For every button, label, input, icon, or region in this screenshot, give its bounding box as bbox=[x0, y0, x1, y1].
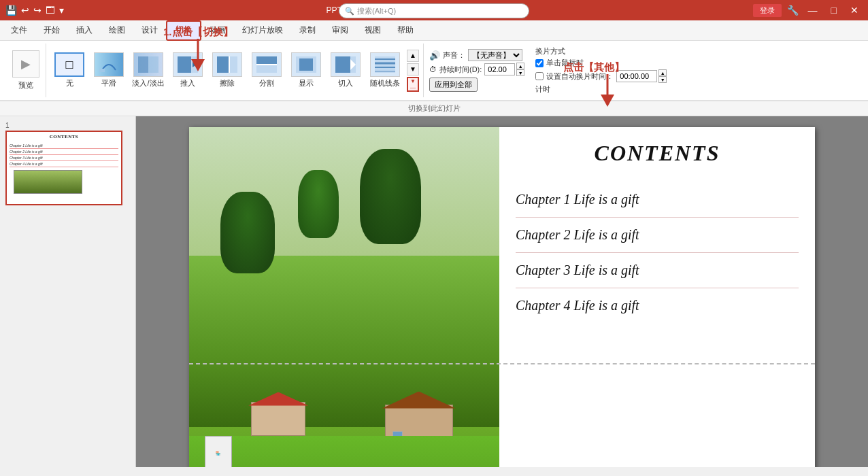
effect-label: 换片方式 bbox=[535, 46, 565, 56]
slide-left: 🏪 bbox=[189, 127, 499, 467]
canvas-area[interactable]: 🏪 CONTENTS Chapter 1 Life is a gift Chap… bbox=[136, 116, 868, 467]
duration-input[interactable] bbox=[484, 63, 515, 75]
chapter-1: Chapter 1 Life is a gift bbox=[516, 182, 799, 218]
layout-icon[interactable]: 🗔 bbox=[46, 5, 55, 16]
auto-advance-input[interactable] bbox=[616, 70, 657, 82]
section-label-bar: 切换到此幻灯片 bbox=[0, 101, 868, 116]
scroll-down-button[interactable]: ▼ bbox=[407, 63, 419, 75]
title-bar: 💾 ↩ ↪ 🗔 ▾ PPT如何制作书籍翻页效果.pptx - PowerPoin… bbox=[0, 0, 868, 20]
search-placeholder: 搜索(Alt+Q) bbox=[357, 6, 396, 16]
transition-fade[interactable]: 淡入/淡出 bbox=[129, 49, 167, 92]
chapter-2: Chapter 2 Life is a gift bbox=[516, 218, 799, 253]
timing-col: 换片方式 单击鼠标时 设置自动换片时间： ▲ ▼ 计时 bbox=[535, 46, 667, 95]
transition-split[interactable]: 分割 bbox=[248, 49, 286, 92]
sound-icon: 🔊 bbox=[429, 50, 440, 61]
duration-down[interactable]: ▼ bbox=[516, 69, 524, 76]
title-bar-left: 💾 ↩ ↪ 🗔 ▾ bbox=[5, 5, 64, 16]
slide-number: 1 bbox=[5, 122, 130, 129]
slide-title: CONTENTS bbox=[516, 141, 799, 166]
tab-draw[interactable]: 绘图 bbox=[101, 20, 133, 41]
search-bar[interactable]: 🔍 搜索(Alt+Q) bbox=[339, 3, 529, 18]
svg-rect-15 bbox=[335, 56, 350, 73]
svg-rect-2 bbox=[148, 56, 158, 73]
tab-review[interactable]: 审阅 bbox=[324, 20, 356, 41]
transition-cut[interactable]: 切入 bbox=[327, 49, 365, 92]
section-label-text: 切换到此幻灯片 bbox=[408, 104, 461, 112]
slide-canvas: 🏪 CONTENTS Chapter 1 Life is a gift Chap… bbox=[189, 127, 815, 467]
duration-label: 持续时间(D): bbox=[439, 65, 482, 75]
click-advance-label: 单击鼠标时 bbox=[546, 58, 584, 68]
tab-file[interactable]: 文件 bbox=[3, 20, 35, 41]
close-button[interactable]: ✕ bbox=[846, 5, 863, 16]
save-icon[interactable]: 💾 bbox=[5, 5, 17, 16]
title-bar-right: 登录 🔧 — □ ✕ bbox=[753, 4, 863, 17]
sound-select[interactable]: 【无声音】 bbox=[468, 49, 522, 61]
sound-col: 🔊 声音： 【无声音】 ⏱ 持续时间(D): ▲ ▼ 应用到全部 bbox=[429, 46, 524, 95]
redo-icon[interactable]: ↪ bbox=[33, 5, 41, 16]
toolbar: ▶ 预览 □ 无 平滑 淡入/淡出 bbox=[0, 41, 868, 101]
more-icon[interactable]: ▾ bbox=[59, 5, 64, 16]
right-ribbon: 🔊 声音： 【无声音】 ⏱ 持续时间(D): ▲ ▼ 应用到全部 bbox=[424, 44, 863, 97]
scroll-up-button[interactable]: ▲ bbox=[407, 50, 419, 62]
transition-push[interactable]: 推入 bbox=[169, 49, 207, 92]
minimize-button[interactable]: — bbox=[804, 5, 822, 16]
tab-animation[interactable]: 动画 bbox=[201, 20, 234, 41]
transition-none[interactable]: □ 无 bbox=[50, 49, 88, 92]
slide-right: CONTENTS Chapter 1 Life is a gift Chapte… bbox=[499, 127, 815, 467]
svg-rect-1 bbox=[138, 56, 148, 73]
settings-icon[interactable]: 🔧 bbox=[787, 5, 799, 16]
more-transitions-button[interactable]: ▼— bbox=[407, 77, 419, 92]
maximize-button[interactable]: □ bbox=[827, 5, 841, 16]
sound-label: 声音： bbox=[443, 50, 465, 61]
auto-advance-spinner: ▲ ▼ bbox=[616, 69, 667, 83]
main-area: 1 CONTENTS Chapter 1 Life is a gift Chap… bbox=[0, 116, 868, 467]
transition-wipe[interactable]: 擦除 bbox=[208, 49, 246, 92]
svg-rect-0 bbox=[99, 69, 105, 72]
svg-rect-3 bbox=[178, 56, 191, 73]
transitions-section: □ 无 平滑 淡入/淡出 bbox=[46, 44, 424, 97]
auto-advance-label: 设置自动换片时间： bbox=[546, 71, 614, 82]
chapter-3: Chapter 3 Life is a gift bbox=[516, 253, 799, 288]
tab-transition[interactable]: 切换 bbox=[166, 20, 201, 41]
svg-rect-10 bbox=[256, 56, 277, 65]
tab-bar: 文件 开始 插入 绘图 设计 切换 动画 幻灯片放映 录制 审阅 视图 帮助 bbox=[0, 20, 868, 41]
duration-spinner: ▲ ▼ bbox=[484, 63, 524, 76]
tab-help[interactable]: 帮助 bbox=[389, 20, 422, 41]
preview-box[interactable]: ▶ bbox=[12, 50, 39, 78]
svg-rect-13 bbox=[299, 58, 313, 71]
apply-all-button[interactable]: 应用到全部 bbox=[429, 78, 478, 92]
transition-random[interactable]: 随机线条 bbox=[366, 49, 404, 92]
timing-label: 计时 bbox=[535, 84, 550, 95]
duration-up[interactable]: ▲ bbox=[516, 63, 524, 69]
undo-icon[interactable]: ↩ bbox=[21, 5, 29, 16]
preview-section: ▶ 预览 bbox=[5, 44, 46, 97]
tab-design[interactable]: 设计 bbox=[133, 20, 166, 41]
preview-label: 预览 bbox=[18, 80, 33, 90]
login-button[interactable]: 登录 bbox=[753, 4, 782, 17]
thumb-image bbox=[14, 170, 82, 194]
tab-view[interactable]: 视图 bbox=[356, 20, 389, 41]
window-title: PPT如何制作书籍翻页效果.pptx - PowerPoint 🔍 搜索(Alt… bbox=[64, 5, 753, 16]
tab-start[interactable]: 开始 bbox=[35, 20, 68, 41]
click-advance-checkbox[interactable] bbox=[535, 59, 544, 67]
clock-icon: ⏱ bbox=[429, 65, 437, 73]
svg-rect-7 bbox=[217, 56, 229, 73]
auto-advance-down[interactable]: ▼ bbox=[658, 76, 667, 83]
slide-panel: 1 CONTENTS Chapter 1 Life is a gift Chap… bbox=[0, 116, 136, 467]
auto-advance-up[interactable]: ▲ bbox=[658, 69, 667, 76]
slide-thumb-inner: CONTENTS Chapter 1 Life is a gift Chapte… bbox=[7, 132, 121, 204]
slide-thumbnail[interactable]: CONTENTS Chapter 1 Life is a gift Chapte… bbox=[5, 131, 122, 205]
transition-smooth[interactable]: 平滑 bbox=[90, 49, 128, 92]
transition-show[interactable]: 显示 bbox=[287, 49, 325, 92]
tab-insert[interactable]: 插入 bbox=[68, 20, 101, 41]
tab-slideshow[interactable]: 幻灯片放映 bbox=[234, 20, 291, 41]
chapter-4: Chapter 4 Life is a gift bbox=[516, 288, 799, 323]
tab-record[interactable]: 录制 bbox=[291, 20, 324, 41]
auto-advance-checkbox[interactable] bbox=[535, 72, 544, 80]
transition-scroll: ▲ ▼ ▼— bbox=[407, 50, 419, 92]
